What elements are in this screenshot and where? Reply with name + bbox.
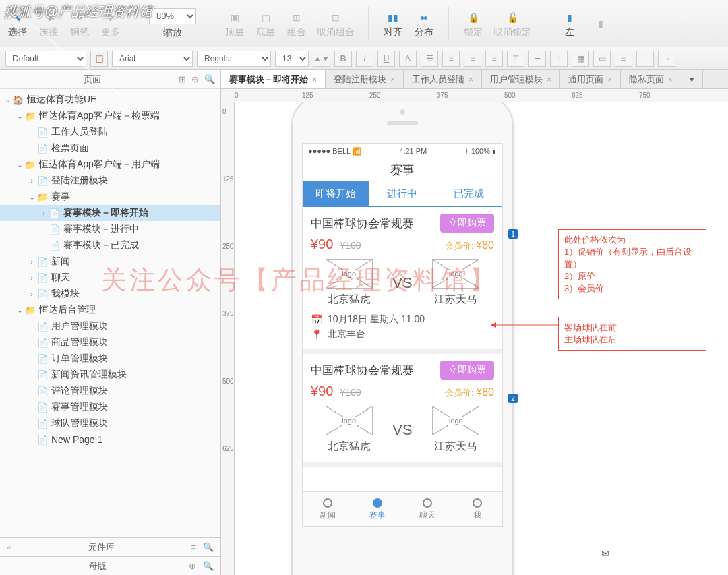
tab-menu[interactable]: ▾	[681, 70, 703, 88]
tree-folder[interactable]: ⌄📁赛事	[0, 189, 220, 205]
segtab-ongoing[interactable]: 进行中	[369, 181, 436, 206]
team-b-name: 江苏天马	[418, 293, 494, 307]
close-icon[interactable]: ×	[607, 75, 612, 84]
align-left-button[interactable]: ▮左	[559, 9, 580, 38]
distribute-button[interactable]: ⇔分布	[413, 9, 435, 38]
pages-tree[interactable]: ⌄🏠恒达体育功能UE ⌄📁恒达体育App客户端－检票端 📄工作人员登陆 📄检票页…	[0, 89, 220, 537]
bold-button[interactable]: B	[334, 51, 352, 67]
bring-front-button[interactable]: ▣顶层	[224, 9, 245, 38]
tab[interactable]: 隐私页面×	[621, 70, 681, 88]
match-card[interactable]: 中国棒球协会常规赛 立即购票 ¥90 ¥100 会员价: ¥80 logo北京猛…	[303, 207, 502, 354]
match-card[interactable]: 中国棒球协会常规赛 立即购票 ¥90 ¥100 会员价: ¥80 logo北京猛…	[303, 354, 502, 467]
size-step[interactable]: ▲▼	[313, 51, 330, 67]
tree-root[interactable]: ⌄🏠恒达体育功能UE	[0, 92, 220, 108]
align-icon: ▮▮	[382, 9, 404, 26]
ruler-vertical: 0125250375500625	[221, 102, 235, 575]
tree-page[interactable]: 📄评论管理模块	[0, 383, 220, 399]
annotation-note[interactable]: 客场球队在前 主场球队在后	[558, 317, 706, 351]
annotation-marker[interactable]: 2	[508, 394, 518, 403]
align-l-button[interactable]: ≡	[442, 51, 460, 67]
tree-page[interactable]: ›📄聊天	[0, 270, 220, 286]
align-c-button[interactable]: ≡	[464, 51, 481, 67]
tree-page[interactable]: 📄工作人员登陆	[0, 124, 220, 140]
align-r-button[interactable]: ≡	[485, 51, 503, 67]
arrow-button[interactable]: →	[658, 51, 675, 67]
close-icon[interactable]: ×	[468, 75, 473, 84]
masters-panel-header[interactable]: 母版 ⊕🔍	[0, 556, 220, 575]
weight-select[interactable]: Regular	[197, 51, 271, 67]
border-button[interactable]: ▭	[593, 51, 611, 67]
tree-page[interactable]: 📄New Page 1	[0, 431, 220, 448]
tree-folder[interactable]: ⌄📁恒达后台管理	[0, 302, 220, 318]
tree-page[interactable]: 📄用户管理模块	[0, 318, 220, 334]
tree-page[interactable]: ›📄登陆注册模块	[0, 173, 220, 189]
unlock-button[interactable]: 🔓取消锁定	[493, 9, 531, 38]
tabbar-news[interactable]: 新闻	[303, 492, 353, 526]
tree-folder[interactable]: ⌄📁恒达体育App客户端－检票端	[0, 108, 220, 124]
search-pages-icon[interactable]: 🔍	[204, 74, 215, 84]
align-right-button[interactable]: ▮	[590, 15, 611, 32]
annotation-note[interactable]: 此处价格依次为： 1）促销价（有则显示，由后台设置） 2）原价 3）会员价	[558, 229, 706, 299]
menu-icon[interactable]: ≡	[191, 542, 196, 552]
send-back-button[interactable]: ▢底层	[255, 9, 276, 38]
group-button[interactable]: ⊞组合	[286, 9, 307, 38]
segtab-upcoming[interactable]: 即将开始	[303, 181, 369, 206]
line-width-button[interactable]: ≡	[615, 51, 632, 67]
ungroup-button[interactable]: ⊟取消组合	[317, 9, 355, 38]
tree-page[interactable]: 📄商品管理模块	[0, 334, 220, 351]
tab[interactable]: 登陆注册模块×	[326, 70, 404, 88]
valign-t-button[interactable]: ⊤	[507, 51, 524, 67]
size-select[interactable]: 13	[275, 51, 309, 67]
tree-page[interactable]: 📄球队管理模块	[0, 415, 220, 431]
tree-page[interactable]: 📄赛事模块－进行中	[0, 221, 220, 237]
search-icon[interactable]: 🔍	[203, 542, 214, 552]
location-icon: 📍	[311, 329, 322, 340]
tab-active[interactable]: 赛事模块－即将开始×	[221, 70, 326, 88]
tree-page[interactable]: 📄赛事模块－已完成	[0, 237, 220, 253]
tab[interactable]: 用户管理模块×	[482, 70, 560, 88]
tabbar-me[interactable]: 我	[452, 492, 502, 526]
tree-page[interactable]: 📄新闻资讯管理模块	[0, 367, 220, 383]
zoom-control[interactable]: 80% 缩放	[149, 8, 196, 39]
tree-page-selected[interactable]: ›📄赛事模块－即将开始	[0, 205, 220, 221]
font-select[interactable]: Arial	[112, 51, 193, 67]
valign-m-button[interactable]: ⊢	[528, 51, 546, 67]
add-folder-icon[interactable]: ⊞	[179, 74, 186, 84]
italic-button[interactable]: I	[356, 51, 373, 67]
lock-button[interactable]: 🔒锁定	[462, 9, 484, 38]
text-color-button[interactable]: A	[399, 51, 417, 67]
tree-page[interactable]: 📄检票页面	[0, 140, 220, 156]
tree-folder[interactable]: ⌄📁恒达体育App客户端－用户端	[0, 156, 220, 173]
tab[interactable]: 通用页面×	[560, 70, 621, 88]
segtab-done[interactable]: 已完成	[435, 181, 502, 206]
buy-ticket-button[interactable]: 立即购票	[440, 214, 494, 233]
unlock-icon: 🔓	[502, 9, 523, 26]
style-select[interactable]: Default	[5, 51, 86, 67]
tabbar-chat[interactable]: 聊天	[402, 492, 452, 526]
fill-button[interactable]: ▦	[572, 51, 589, 67]
close-icon[interactable]: ×	[312, 75, 317, 84]
search-icon[interactable]: 🔍	[203, 561, 214, 571]
copy-style-button[interactable]: 📋	[90, 51, 108, 67]
tree-page[interactable]: ›📄我模块	[0, 286, 220, 302]
tab[interactable]: 工作人员登陆×	[404, 70, 482, 88]
tree-page[interactable]: 📄订单管理模块	[0, 351, 220, 367]
close-icon[interactable]: ×	[547, 75, 551, 84]
align-button[interactable]: ▮▮对齐	[382, 9, 404, 38]
add-page-icon[interactable]: ⊕	[191, 74, 199, 84]
buy-ticket-button[interactable]: 立即购票	[440, 361, 494, 380]
bullets-button[interactable]: ☰	[421, 51, 438, 67]
valign-b-button[interactable]: ⊥	[550, 51, 568, 67]
tree-page[interactable]: ›📄新闻	[0, 253, 220, 270]
tabbar-matches[interactable]: 赛事	[353, 492, 402, 526]
annotation-marker[interactable]: 1	[508, 229, 518, 239]
components-panel-header[interactable]: « 元件库 ≡🔍	[0, 537, 220, 556]
add-icon[interactable]: ⊕	[189, 561, 196, 571]
zoom-select[interactable]: 80%	[149, 8, 196, 24]
line-style-button[interactable]: ─	[636, 51, 654, 67]
close-icon[interactable]: ×	[668, 75, 673, 84]
underline-button[interactable]: U	[377, 51, 395, 67]
canvas[interactable]: ●●●●● BELL 📶 4:21 PM ᚼ 100% ▮ 赛事 即将开始 进行…	[235, 102, 728, 575]
tree-page[interactable]: 📄赛事管理模块	[0, 399, 220, 415]
close-icon[interactable]: ×	[390, 75, 395, 84]
